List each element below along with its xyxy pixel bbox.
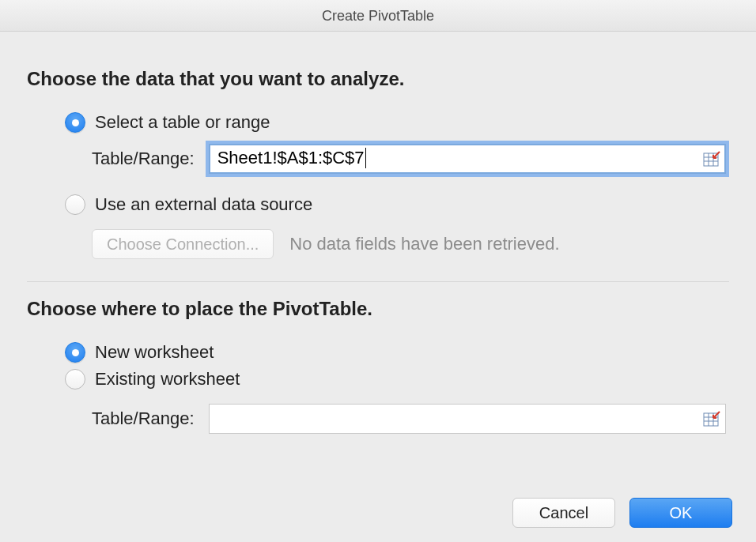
- cancel-button[interactable]: Cancel: [512, 498, 615, 528]
- table-range-input-1[interactable]: Sheet1!$A$1:$C$7: [209, 144, 726, 174]
- radio-new-worksheet-label: New worksheet: [95, 342, 214, 363]
- text-caret: [365, 148, 366, 167]
- radio-new-worksheet[interactable]: [65, 342, 85, 363]
- table-range-value-1: Sheet1!$A$1:$C$7: [217, 148, 698, 169]
- window-title: Create PivotTable: [0, 0, 756, 32]
- ok-button[interactable]: OK: [629, 498, 732, 528]
- radio-existing-worksheet-label: Existing worksheet: [95, 369, 240, 390]
- range-selector-icon-2[interactable]: [703, 411, 720, 427]
- dialog-footer: Cancel OK: [512, 498, 732, 528]
- table-range-row-1: Table/Range: Sheet1!$A$1:$C$7: [92, 144, 729, 174]
- section1-heading: Choose the data that you want to analyze…: [27, 68, 729, 90]
- radio-select-table-range[interactable]: [65, 112, 85, 133]
- table-range-row-2: Table/Range:: [92, 404, 729, 434]
- option-external-data[interactable]: Use an external data source: [65, 194, 729, 215]
- choose-connection-row: Choose Connection... No data fields have…: [92, 229, 729, 259]
- range-selector-icon[interactable]: [703, 151, 720, 167]
- option-select-table-range[interactable]: Select a table or range: [65, 112, 729, 133]
- dialog-content: Choose the data that you want to analyze…: [0, 32, 756, 461]
- option-existing-worksheet[interactable]: Existing worksheet: [65, 369, 729, 390]
- table-range-input-2[interactable]: [209, 404, 726, 434]
- choose-connection-button: Choose Connection...: [92, 229, 274, 259]
- no-data-fields-text: No data fields have been retrieved.: [289, 234, 559, 254]
- radio-existing-worksheet[interactable]: [65, 369, 85, 390]
- table-range-label-1: Table/Range:: [92, 149, 195, 169]
- section-divider: [27, 281, 729, 282]
- radio-select-table-range-label: Select a table or range: [95, 112, 270, 133]
- table-range-label-2: Table/Range:: [92, 408, 195, 429]
- radio-external-data-label: Use an external data source: [95, 194, 312, 215]
- option-new-worksheet[interactable]: New worksheet: [65, 342, 729, 363]
- section2-heading: Choose where to place the PivotTable.: [27, 298, 729, 320]
- radio-external-data[interactable]: [65, 194, 85, 215]
